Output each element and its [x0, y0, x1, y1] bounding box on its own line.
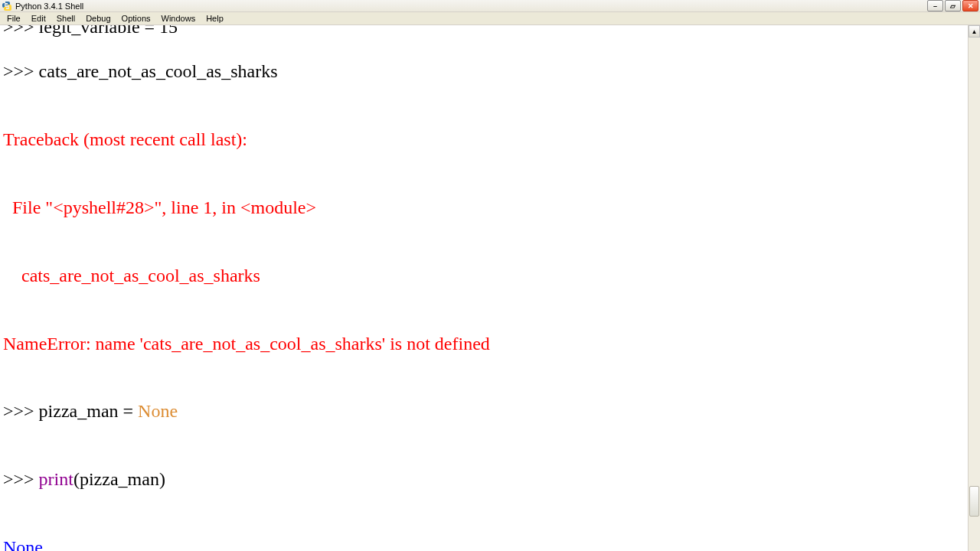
menu-options[interactable]: Options — [116, 12, 156, 24]
window-title: Python 3.4.1 Shell — [15, 2, 927, 11]
maximize-button[interactable]: ▱ — [945, 0, 961, 11]
menu-windows[interactable]: Windows — [156, 12, 201, 24]
menu-file[interactable]: File — [2, 12, 26, 24]
shell-text-area[interactable]: >>> legit_variable = 15 >>> cats_are_not… — [0, 25, 968, 551]
shell-line: (pizza_man) — [74, 469, 165, 489]
menu-debug[interactable]: Debug — [80, 12, 116, 24]
traceback-line: File "<pyshell#28>", line 1, in <module> — [3, 197, 316, 217]
scroll-thumb[interactable] — [969, 486, 979, 517]
python-icon — [2, 1, 12, 11]
content-area: >>> legit_variable = 15 >>> cats_are_not… — [0, 25, 980, 551]
close-button[interactable]: ✕ — [962, 0, 978, 11]
window-controls: – ▱ ✕ — [927, 0, 978, 11]
traceback-line: cats_are_not_as_cool_as_sharks — [3, 266, 260, 285]
menu-help[interactable]: Help — [201, 12, 229, 24]
shell-line: pizza_man = — [39, 401, 138, 421]
prompt: >>> — [3, 61, 39, 81]
shell-line: cats_are_not_as_cool_as_sharks — [39, 61, 278, 81]
prompt: >>> — [3, 401, 39, 421]
window-titlebar: Python 3.4.1 Shell – ▱ ✕ — [0, 0, 980, 12]
menu-bar: File Edit Shell Debug Options Windows He… — [0, 12, 980, 25]
shell-line: legit_variable = 15 — [39, 25, 178, 37]
menu-shell[interactable]: Shell — [51, 12, 80, 24]
none-keyword: None — [138, 401, 178, 421]
scroll-track[interactable] — [969, 37, 980, 551]
builtin-func: print — [39, 469, 74, 489]
vertical-scrollbar[interactable]: ▲ ▼ — [968, 25, 980, 551]
prompt: >>> — [3, 25, 39, 37]
menu-edit[interactable]: Edit — [26, 12, 51, 24]
traceback-line: NameError: name 'cats_are_not_as_cool_as… — [3, 334, 490, 354]
scroll-up-button[interactable]: ▲ — [969, 25, 980, 37]
minimize-button[interactable]: – — [927, 0, 943, 11]
traceback-line: Traceback (most recent call last): — [3, 129, 247, 149]
shell-output: None — [3, 537, 43, 551]
prompt: >>> — [3, 469, 39, 489]
